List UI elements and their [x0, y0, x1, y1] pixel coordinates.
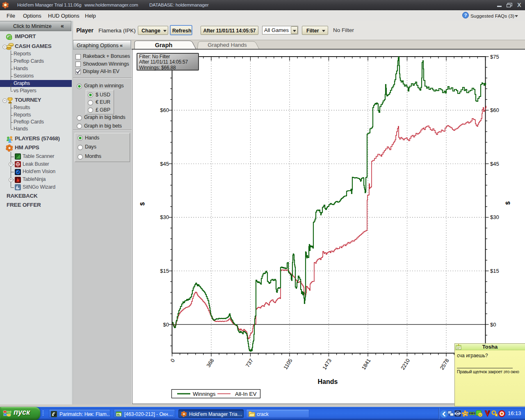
svg-text:All-In EV: All-In EV [235, 391, 257, 397]
svg-text:Winnings: Winnings [193, 391, 216, 397]
svg-text:KMP: KMP [454, 412, 461, 415]
svg-text:$: $ [504, 201, 511, 205]
svg-text:$45: $45 [160, 161, 169, 167]
svg-text:$15: $15 [490, 268, 499, 274]
svg-text:$30: $30 [160, 214, 169, 220]
svg-text:$45: $45 [490, 161, 499, 167]
svg-text:$30: $30 [490, 214, 499, 220]
svg-text:$15: $15 [160, 268, 169, 274]
svg-text:$: $ [139, 202, 146, 205]
svg-text:Graph: Graph [155, 42, 173, 48]
svg-text:$0: $0 [490, 322, 496, 328]
svg-text:$0: $0 [163, 322, 169, 328]
svg-text:$60: $60 [490, 107, 499, 113]
svg-text:Hands: Hands [318, 378, 338, 385]
svg-text:$75: $75 [490, 54, 499, 60]
svg-text:Graphed Hands: Graphed Hands [208, 42, 247, 48]
svg-text:$60: $60 [160, 107, 169, 113]
svg-text:?: ? [464, 13, 467, 18]
